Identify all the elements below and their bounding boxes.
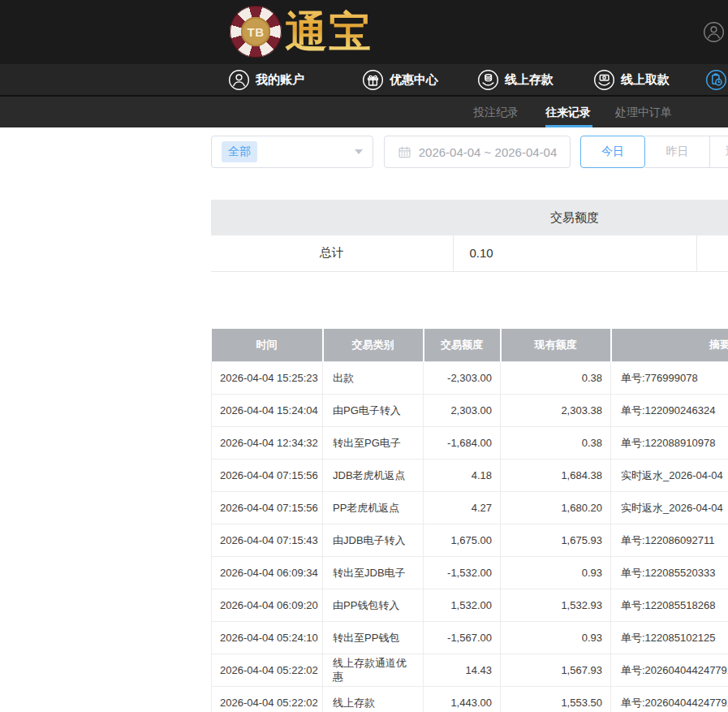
nav-item-withdraw[interactable]: 线上取款: [593, 64, 670, 95]
records-icon: [705, 69, 727, 91]
date-range-input[interactable]: 2026-04-04 ~ 2026-04-04: [384, 136, 571, 168]
col-note: 摘要: [611, 329, 728, 361]
withdraw-icon: [593, 69, 615, 91]
table-row: 2026-04-04 05:22:02 线上存款 1,443.00 1,553.…: [212, 686, 728, 712]
cell-balance: 1,684.38: [501, 459, 611, 491]
transactions-table-header: 时间 交易类别 交易额度 现有额度 摘要: [212, 329, 728, 361]
cell-amount: 1,443.00: [424, 686, 501, 712]
casino-chip-icon: TB: [230, 6, 282, 58]
cell-time: 2026-04-04 05:24:10: [212, 621, 323, 654]
quick-filter-group: 今日 昨日 近七日: [580, 136, 728, 168]
cell-note: 单号:202604044247791: [611, 686, 728, 712]
date-range-value: 2026-04-04 ~ 2026-04-04: [419, 145, 558, 159]
table-row: 2026-04-04 06:09:34 转出至JDB电子 -1,532.00 0…: [212, 556, 728, 589]
cell-balance: 0.38: [501, 361, 611, 394]
cell-note: 单号:122085518268: [611, 589, 728, 621]
last-seven-days-button[interactable]: 近七日: [710, 136, 728, 168]
nav-label: 我的账户: [256, 72, 304, 88]
cell-type: 由PG电子转入: [323, 394, 424, 426]
col-time: 时间: [212, 329, 323, 361]
main-nav: 我的账户 优惠中心 线上存款: [0, 64, 728, 95]
yesterday-button[interactable]: 昨日: [645, 136, 710, 168]
cell-balance: 1,680.20: [501, 491, 611, 524]
cell-type: JDB老虎机返点: [323, 459, 424, 491]
cell-amount: 4.27: [424, 491, 501, 524]
cell-balance: 1,567.93: [501, 654, 611, 686]
cell-time: 2026-04-04 06:09:20: [212, 589, 323, 621]
tab-transaction-records[interactable]: 往来记录: [545, 106, 591, 120]
table-row: 2026-04-04 05:22:02 线上存款通道优惠 14.43 1,567…: [212, 654, 728, 686]
cell-type: 转出至JDB电子: [323, 556, 424, 589]
col-balance: 现有额度: [501, 329, 611, 361]
cell-time: 2026-04-04 05:22:02: [212, 686, 323, 712]
chevron-down-icon: [355, 149, 363, 154]
cell-time: 2026-04-04 12:34:32: [212, 426, 323, 459]
tab-bet-records[interactable]: 投注纪录: [473, 106, 519, 120]
nav-item-my-account[interactable]: 我的账户: [228, 64, 304, 95]
cell-time: 2026-04-04 07:15:56: [212, 491, 323, 524]
cell-note: 单号:122086092711: [611, 524, 728, 556]
cell-time: 2026-04-04 15:24:04: [212, 394, 323, 426]
summary-table: 交易额度 总计 0.10: [211, 200, 728, 272]
records-subnav: 投注纪录 往来记录 处理中订单: [0, 95, 728, 127]
table-row: 2026-04-04 07:15:43 由JDB电子转入 1,675.00 1,…: [212, 524, 728, 556]
category-select[interactable]: 全部: [211, 136, 373, 168]
account-icon: [228, 69, 250, 91]
table-row: 2026-04-04 12:34:32 转出至PG电子 -1,684.00 0.…: [212, 426, 728, 459]
col-type: 交易类别: [323, 329, 424, 361]
calendar-icon: [398, 145, 411, 159]
table-row: 2026-04-04 15:25:23 出款 -2,303.00 0.38 单号…: [212, 361, 728, 394]
deposit-icon: [477, 69, 499, 91]
cell-note: 单号:122085102125: [611, 621, 728, 654]
cell-time: 2026-04-04 07:15:43: [212, 524, 323, 556]
cell-amount: 14.43: [424, 654, 501, 686]
col-amount: 交易额度: [424, 329, 501, 361]
cell-amount: -2,303.00: [424, 361, 501, 394]
cell-type: 线上存款: [323, 686, 424, 712]
selected-category-tag: 全部: [222, 141, 257, 162]
topbar: TB 通宝: [0, 0, 728, 64]
nav-label: 优惠中心: [390, 72, 438, 88]
nav-label: 线上取款: [621, 72, 670, 88]
cell-type: 转出至PG电子: [323, 426, 424, 459]
cell-amount: 2,303.00: [424, 394, 501, 426]
user-avatar-icon[interactable]: [703, 21, 726, 44]
cell-balance: 0.93: [501, 556, 611, 589]
table-row: 2026-04-04 05:24:10 转出至PP钱包 -1,567.00 0.…: [212, 621, 728, 654]
cell-amount: -1,567.00: [424, 621, 501, 654]
cell-note: 单号:122090246324: [611, 394, 728, 426]
cell-amount: 1,675.00: [424, 524, 501, 556]
nav-item-promotions[interactable]: 优惠中心: [362, 64, 438, 95]
cell-amount: -1,684.00: [424, 426, 501, 459]
cell-note: 单号:202604044247791: [611, 654, 728, 686]
cell-time: 2026-04-04 15:25:23: [212, 361, 323, 394]
cell-type: 由PP钱包转入: [323, 589, 424, 621]
brand-name: 通宝: [285, 6, 373, 58]
cell-balance: 1,553.50: [501, 686, 611, 712]
nav-item-transaction-records[interactable]: [705, 64, 727, 95]
table-row: 2026-04-04 15:24:04 由PG电子转入 2,303.00 2,3…: [212, 394, 728, 426]
cell-note: 单号:122088910978: [611, 426, 728, 459]
cell-note: 实时返水_2026-04-04: [611, 491, 728, 524]
summary-header-clipped: [696, 200, 728, 235]
cell-balance: 1,675.93: [501, 524, 611, 556]
cell-type: 出款: [323, 361, 424, 394]
table-row: 2026-04-04 06:09:20 由PP钱包转入 1,532.00 1,5…: [212, 589, 728, 621]
tab-pending-orders[interactable]: 处理中订单: [615, 106, 672, 120]
promo-gift-icon: [362, 69, 384, 91]
active-tab-underline: [545, 125, 592, 127]
brand-logo[interactable]: TB 通宝: [230, 6, 373, 58]
nav-label: 线上存款: [505, 72, 554, 88]
nav-item-deposit[interactable]: 线上存款: [477, 64, 554, 95]
cell-type: PP老虎机返点: [323, 491, 424, 524]
cell-amount: 4.18: [424, 459, 501, 491]
summary-header-amount: 交易额度: [453, 200, 696, 235]
summary-total-label: 总计: [211, 235, 453, 271]
cell-balance: 0.93: [501, 621, 611, 654]
table-row: 2026-04-04 07:15:56 PP老虎机返点 4.27 1,680.2…: [212, 491, 728, 524]
cell-note: 实时返水_2026-04-04: [611, 459, 728, 491]
cell-amount: 1,532.00: [424, 589, 501, 621]
cell-time: 2026-04-04 05:22:02: [212, 654, 323, 686]
cell-balance: 1,532.93: [501, 589, 611, 621]
today-button[interactable]: 今日: [580, 136, 645, 168]
